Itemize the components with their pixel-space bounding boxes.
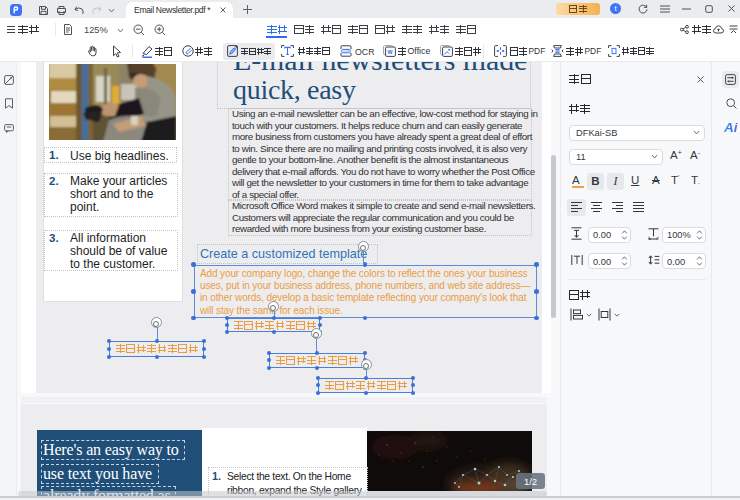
- svg-text:OCR: OCR: [343, 49, 349, 53]
- svg-text:w: w: [387, 48, 394, 55]
